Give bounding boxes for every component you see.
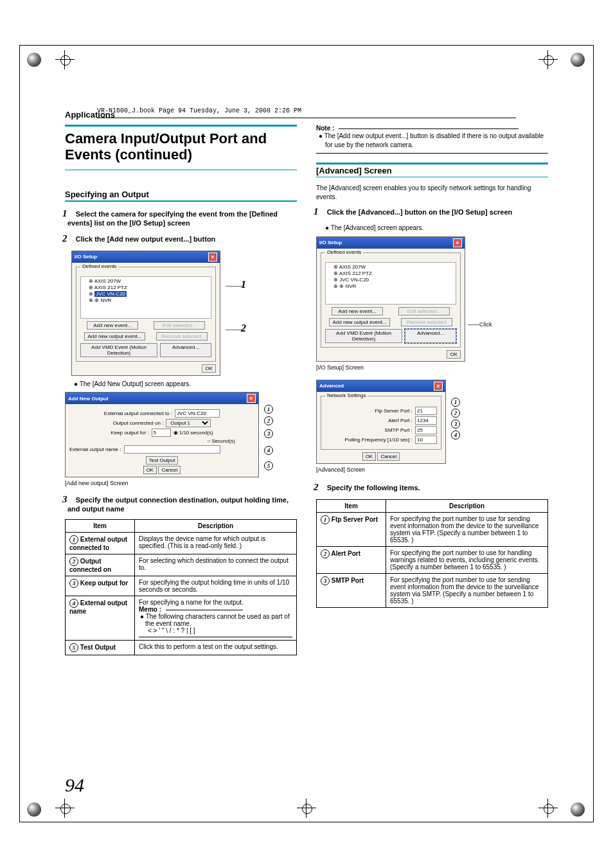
bullet-after-shot1: ● The [Add New Output] screen appears. [65, 380, 297, 389]
callout-3: 3 [264, 429, 273, 438]
step-number: 2 [65, 233, 74, 244]
window-title: I/O Setup [75, 254, 97, 260]
tree-item: ⊕ ⊕ NVR [327, 283, 454, 290]
poll-freq-field [415, 436, 437, 444]
add-output-event-button: Add new output event... [84, 332, 145, 341]
ext-output-name-label: External output name : [69, 447, 121, 452]
advanced-intro: The [Advanced] screen enables you to spe… [316, 184, 548, 201]
subhead-specifying-output: Specifying an Output [65, 190, 297, 202]
add-vmd-button: Add VMD Event (Motion Detection) [325, 329, 402, 343]
defined-events-tree: ⊕ AXIS 207W ⊕ AXIS 212 PTZ ⊕ JVC VN-C20 … [80, 276, 211, 319]
step-text: Specify the following items. [327, 484, 420, 492]
step-text: Specify the output connection destinatio… [67, 496, 289, 513]
memo-box: Memo : ● The following characters cannot… [139, 606, 292, 637]
remove-selected-button: Remove selected [401, 318, 452, 326]
note-box: Note : ● The [Add new output event...] b… [316, 125, 548, 154]
radio-tenth-second: ◉ 1/10 second(s) [173, 430, 213, 436]
defined-events-group: Defined events ⊕ AXIS 207W ⊕ AXIS 212 PT… [321, 252, 461, 348]
smtp-port-field [415, 426, 437, 434]
remove-selected-button: Remove selected [156, 332, 208, 341]
ext-output-name-field [124, 445, 220, 454]
step-text: Select the camera for specifying the eve… [67, 210, 278, 227]
left-step-2: 2 Click the [Add new output event...] bu… [65, 233, 297, 244]
keep-output-field [152, 429, 171, 437]
window-titlebar: I/O Setup × [317, 237, 465, 249]
output-connected-on-label: Output connected on : [113, 420, 164, 426]
callout-1: 1 [241, 279, 246, 290]
add-new-output-caption: [Add new output] Screen [65, 480, 297, 486]
group-legend: Defined events [325, 249, 363, 255]
tree-item: ⊕ JVC VN-C20 [327, 277, 454, 283]
callout-5: 5 [264, 461, 273, 470]
page-number: 94 [65, 774, 84, 796]
window-title: Add New Output [68, 396, 109, 402]
step-number: 3 [65, 494, 74, 505]
step-number: 2 [316, 482, 325, 493]
defined-events-tree: ⊕ AXIS 207W ⊕ AXIS 212 PTZ ⊕ JVC VN-C20 … [325, 262, 456, 305]
alert-port-label: Alert Port : [388, 418, 413, 423]
cancel-button: Cancel [377, 452, 400, 461]
ok-button: OK [362, 452, 377, 461]
right-step-1: 1 Click the [Advanced...] button on the … [316, 206, 548, 217]
tree-item: ⊕ AXIS 212 PTZ [82, 285, 209, 291]
callout-4: 4 [451, 430, 460, 439]
window-titlebar: I/O Setup × [72, 251, 220, 263]
left-column: Camera Input/Output Port and Events (con… [65, 125, 297, 655]
edit-selected-button: Edit selected... [398, 307, 450, 315]
book-header: VR-N1600_J.book Page 94 Tuesday, June 3,… [97, 107, 516, 114]
table-row: 4 External output name For specifying a … [66, 596, 297, 641]
callout-4: 4 [264, 446, 273, 455]
th-desc: Description [135, 520, 297, 533]
test-output-button: Test Output [146, 456, 179, 465]
th-desc: Description [386, 499, 548, 512]
bullet-advanced-appears: ● The [Advanced] screen appears. [316, 224, 548, 233]
note-title: Note : [316, 125, 334, 132]
callout-2: 2 [264, 416, 273, 425]
add-new-output-screenshot: Add New Output × External output connect… [65, 392, 259, 477]
io-setup-screenshot-right: I/O Setup × Defined events ⊕ AXIS 207W ⊕… [316, 236, 465, 362]
radio-second: ○ Second(s) [207, 438, 235, 444]
network-settings-group: Network Settings Ftp Server Port : Alert… [321, 396, 441, 450]
edit-selected-button: Edit selected... [154, 321, 205, 330]
table-row: 3 SMTP Port For specifying the port numb… [317, 573, 548, 607]
table-row: 2 Alert Port For specifying the port num… [317, 546, 548, 573]
tree-item: ⊕ AXIS 212 PTZ [327, 270, 454, 277]
group-legend: Defined events [80, 263, 118, 269]
tree-item: ⊕ AXIS 207W [327, 264, 454, 270]
table-row: 5 Test Output Click this to perform a te… [66, 641, 297, 655]
ftp-port-field [415, 407, 437, 415]
ftp-port-label: Ftp Server Port : [375, 408, 413, 414]
callout-3: 3 [451, 420, 460, 429]
add-output-event-button: Add new output event... [329, 318, 389, 326]
alert-port-field [415, 416, 437, 425]
callout-2: 2 [451, 409, 460, 418]
window-titlebar: Advanced × [317, 380, 445, 392]
ok-button: OK [202, 364, 216, 373]
book-header-text: VR-N1600_J.book Page 94 Tuesday, June 3,… [97, 107, 301, 114]
advanced-button-highlighted: Advanced... [405, 329, 456, 343]
step-text: Click the [Add new output event...] butt… [76, 235, 216, 243]
teal-rule [316, 163, 548, 164]
th-item: Item [317, 499, 386, 512]
advanced-screenshot: Advanced × Network Settings Ftp Server P… [316, 380, 446, 464]
tree-item: ⊕ AXIS 207W [82, 278, 209, 285]
smtp-port-label: SMTP Port : [385, 427, 413, 433]
close-icon: × [208, 252, 217, 261]
callout-1: 1 [451, 398, 460, 407]
step-number: 1 [65, 208, 74, 219]
ok-button: OK [143, 466, 157, 474]
add-event-button: Add new event... [87, 321, 138, 330]
two-column-layout: Camera Input/Output Port and Events (con… [65, 125, 548, 655]
left-step-1: 1 Select the camera for specifying the e… [65, 208, 297, 227]
io-setup-caption: [I/O Setup] Screen [316, 364, 548, 371]
add-vmd-button: Add VMD Event (Motion Detection) [80, 343, 157, 357]
ext-output-connected-label: External output connected to : [104, 411, 172, 416]
ext-output-connected-field [175, 409, 220, 418]
window-title: Advanced [319, 383, 344, 389]
right-step-2: 2 Specify the following items. [316, 482, 548, 493]
ok-button: OK [447, 350, 461, 359]
callout-1: 1 [264, 405, 273, 414]
subhead-advanced: [Advanced] Screen [316, 166, 548, 177]
close-icon: × [453, 238, 462, 247]
advanced-items-table: Item Description 1 Ftp Server Port For s… [316, 499, 548, 608]
